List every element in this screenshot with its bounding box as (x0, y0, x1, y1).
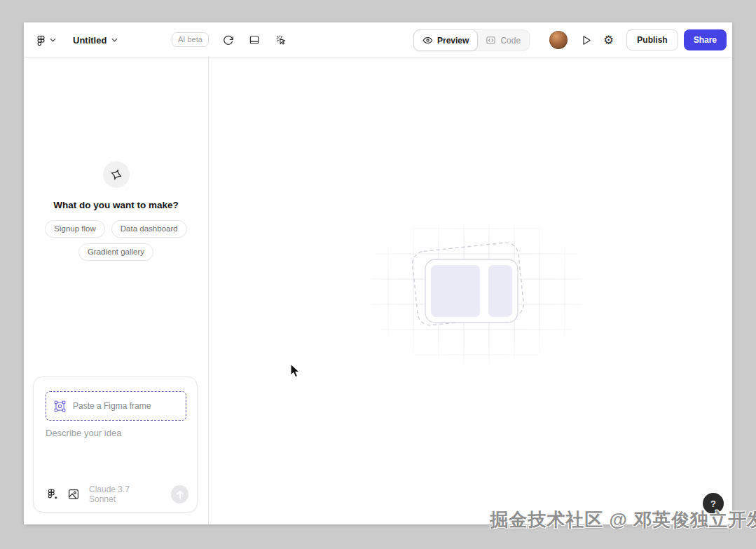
chip-signup-flow[interactable]: Signup flow (45, 220, 104, 238)
figma-logo-icon (35, 34, 47, 46)
prompt-card: Paste a Figma frame (33, 377, 198, 513)
view-toggle: Preview Code (413, 29, 530, 51)
chevron-down-icon (50, 38, 56, 42)
device-frame-icon (248, 34, 261, 46)
play-button[interactable] (577, 32, 595, 49)
empty-state-heading: What do you want to make? (24, 200, 208, 210)
empty-state: What do you want to make? Signup flow Da… (24, 161, 208, 261)
device-preview-button[interactable] (244, 29, 265, 50)
figma-frame-icon (53, 400, 67, 413)
magic-cursor-button[interactable] (270, 29, 291, 50)
model-label: Claude 3.7 Sonnet (89, 484, 156, 504)
topbar: Untitled AI beta (24, 22, 732, 57)
paste-figma-frame-button[interactable]: Paste a Figma frame (46, 391, 186, 421)
arrow-up-icon (176, 490, 184, 499)
figma-add-icon (46, 488, 58, 501)
sidebar: What do you want to make? Signup flow Da… (24, 57, 209, 524)
settings-button[interactable]: ⚙ (600, 32, 617, 49)
file-title: Untitled (73, 35, 106, 46)
refresh-icon (222, 34, 234, 46)
idea-input[interactable] (46, 428, 186, 468)
send-button[interactable] (171, 485, 188, 503)
chip-gradient-gallery[interactable]: Gradient gallery (78, 243, 153, 261)
refresh-button[interactable] (217, 29, 238, 50)
file-title-button[interactable]: Untitled (73, 35, 118, 46)
share-button[interactable]: Share (684, 29, 727, 50)
tab-code-label: Code (500, 36, 521, 46)
canvas[interactable] (209, 57, 732, 524)
attach-figma-button[interactable] (46, 488, 58, 501)
mouse-cursor (289, 363, 303, 379)
tab-preview[interactable]: Preview (413, 29, 478, 51)
figma-menu-button[interactable] (34, 32, 57, 49)
tab-code[interactable]: Code (477, 29, 529, 51)
empty-canvas-illustration (371, 223, 582, 363)
watermark: 掘金技术社区 @ 邓英俊独立开发 (490, 508, 756, 532)
avatar[interactable] (549, 31, 568, 49)
publish-button[interactable]: Publish (626, 29, 678, 50)
chip-data-dashboard[interactable]: Data dashboard (111, 220, 187, 238)
image-icon (67, 488, 80, 501)
tab-preview-label: Preview (437, 36, 469, 46)
magic-cursor-icon (275, 34, 287, 46)
paste-figma-frame-label: Paste a Figma frame (73, 401, 151, 411)
figma-make-window: Untitled AI beta (24, 22, 732, 524)
ai-beta-badge: AI beta (172, 32, 209, 47)
placeholder-card (425, 259, 518, 323)
code-icon (486, 35, 496, 46)
attach-image-button[interactable] (67, 488, 80, 501)
ai-sparkle-badge (103, 161, 130, 188)
suggestion-chips: Signup flow Data dashboard Gradient gall… (42, 220, 191, 261)
play-icon (580, 34, 592, 46)
prompt-footer: Claude 3.7 Sonnet (46, 484, 188, 504)
ai-swirl-icon (109, 168, 123, 182)
chevron-down-icon (111, 38, 118, 42)
desktop-background: Untitled AI beta (0, 0, 756, 549)
gear-icon: ⚙ (603, 34, 614, 46)
eye-icon (422, 35, 433, 46)
